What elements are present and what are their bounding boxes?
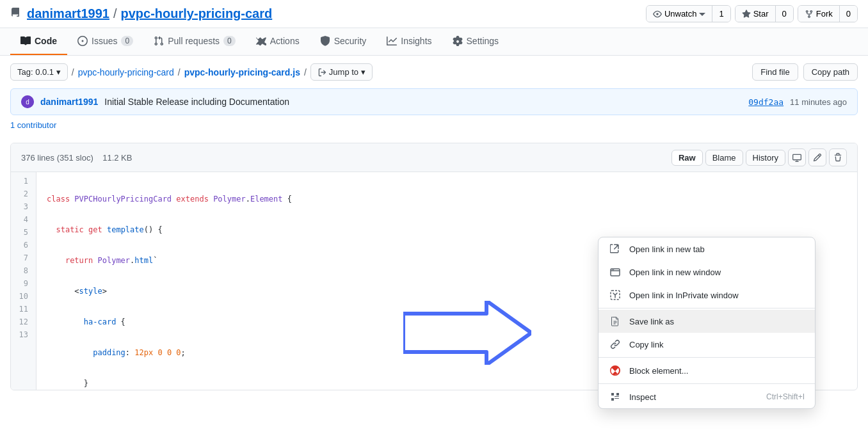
tab-insights[interactable]: Insights (376, 28, 442, 55)
ctx-divider-3 (599, 383, 815, 384)
breadcrumb-right: Find file Copy path (752, 63, 858, 81)
star-count[interactable]: 0 (776, 6, 793, 22)
tab-settings-label: Settings (467, 36, 499, 46)
inspect-shortcut: Ctrl+Shift+I (766, 392, 805, 401)
tab-pull-requests[interactable]: Pull requests 0 (143, 28, 246, 55)
breadcrumb-file-link[interactable]: pvpc-hourly-pricing-card.js (184, 67, 300, 77)
nav-tabs: Code Issues 0 Pull requests 0 Actions Se… (0, 28, 868, 56)
tab-actions[interactable]: Actions (246, 28, 310, 55)
inspect-icon (609, 390, 622, 403)
fork-button[interactable]: Fork (798, 6, 840, 22)
ctx-inspect[interactable]: Inspect Ctrl+Shift+I (599, 385, 815, 408)
commit-bar: d danimart1991 Initial Stable Release in… (10, 88, 858, 115)
tab-pr-label: Pull requests (168, 36, 220, 46)
history-button[interactable]: History (746, 150, 785, 166)
ctx-divider-2 (599, 357, 815, 358)
watch-button[interactable]: Unwatch (647, 6, 713, 22)
jump-to-button[interactable]: Jump to ▾ (310, 63, 373, 81)
ctx-block-element-label: Block element... (629, 366, 689, 376)
line-numbers: 12345 678910 111213 (11, 172, 36, 390)
pr-badge: 0 (223, 36, 236, 46)
save-icon (609, 315, 622, 328)
tab-issues-label: Issues (92, 36, 117, 46)
copy-link-icon (609, 338, 622, 351)
ctx-open-inprivate-label: Open link in InPrivate window (629, 291, 739, 300)
find-file-button[interactable]: Find file (752, 63, 798, 81)
breadcrumb: Tag: 0.0.1 ▾ / pvpc-hourly-pricing-card … (10, 63, 373, 81)
desktop-icon-btn[interactable] (788, 148, 806, 166)
ctx-open-inprivate[interactable]: Open link in InPrivate window (599, 284, 815, 307)
tab-code-label: Code (35, 36, 57, 46)
breadcrumb-sep3: / (304, 67, 307, 77)
lines-info: 376 lines (351 sloc) (21, 153, 93, 163)
fork-label: Fork (816, 9, 833, 19)
ctx-block-element[interactable]: Block element... (599, 359, 815, 382)
issues-badge: 0 (121, 36, 133, 46)
block-icon (609, 364, 622, 377)
file-header: 376 lines (351 sloc) 11.2 KB Raw Blame H… (11, 143, 857, 172)
ctx-divider-1 (599, 308, 815, 308)
repo-icon (10, 8, 20, 20)
tag-button[interactable]: Tag: 0.0.1 ▾ (10, 63, 68, 81)
tab-security-label: Security (334, 36, 367, 46)
new-window-icon (609, 266, 622, 278)
fork-count[interactable]: 0 (840, 6, 857, 22)
watch-label: Unwatch (664, 9, 697, 19)
tab-code[interactable]: Code (10, 28, 67, 55)
svg-text:d: d (26, 99, 29, 106)
tab-issues[interactable]: Issues 0 (67, 28, 143, 55)
breadcrumb-bar: Tag: 0.0.1 ▾ / pvpc-hourly-pricing-card … (0, 56, 868, 88)
star-label: Star (753, 9, 769, 19)
svg-point-4 (612, 269, 613, 271)
raw-button[interactable]: Raw (671, 150, 703, 166)
ctx-open-new-tab[interactable]: Open link in new tab (599, 237, 815, 260)
new-tab-icon (609, 243, 622, 255)
jump-to-label: Jump to (329, 67, 358, 77)
avatar: d (21, 95, 34, 108)
ctx-copy-link-label: Copy link (629, 340, 663, 349)
star-button[interactable]: Star (735, 6, 776, 22)
ctx-save-link-as-label: Save link as (629, 317, 674, 326)
ctx-save-link-as[interactable]: Save link as (599, 310, 815, 333)
svg-point-5 (613, 269, 615, 271)
header-actions: Unwatch 1 Star 0 Fork 0 (646, 5, 858, 22)
commit-author[interactable]: danimart1991 (40, 97, 98, 107)
edit-icon-btn[interactable] (808, 148, 826, 166)
ctx-open-new-window[interactable]: Open link in new window (599, 260, 815, 284)
ctx-open-new-tab-label: Open link in new tab (629, 244, 705, 254)
contributor-section: 1 contributor (0, 115, 868, 135)
tab-actions-label: Actions (270, 36, 300, 46)
ctx-inspect-label: Inspect (629, 392, 656, 402)
breadcrumb-sep2: / (178, 67, 181, 77)
star-btn-group: Star 0 (735, 5, 794, 22)
tab-insights-label: Insights (401, 36, 431, 46)
file-meta: 376 lines (351 sloc) 11.2 KB (21, 153, 132, 163)
repo-separator: / (113, 6, 117, 21)
repo-title: danimart1991 / pvpc-hourly-pricing-card (10, 6, 272, 21)
context-menu: Open link in new tab Open link in new wi… (598, 237, 816, 409)
delete-icon-btn[interactable] (829, 148, 847, 166)
commit-left: d danimart1991 Initial Stable Release in… (21, 95, 289, 108)
watch-count[interactable]: 1 (712, 6, 730, 22)
contributor-link[interactable]: 1 contributor (10, 120, 56, 130)
org-link[interactable]: danimart1991 (27, 6, 109, 21)
top-bar: danimart1991 / pvpc-hourly-pricing-card … (0, 0, 868, 28)
tab-settings[interactable]: Settings (442, 28, 510, 55)
commit-sha[interactable]: 09df2aa (748, 97, 784, 107)
ctx-copy-link[interactable]: Copy link (599, 333, 815, 356)
inprivate-icon (609, 289, 622, 301)
commit-right: 09df2aa 11 minutes ago (748, 97, 847, 107)
tag-label: Tag: 0.0.1 (17, 67, 54, 77)
tab-security[interactable]: Security (310, 28, 377, 55)
file-actions: Raw Blame History (671, 148, 847, 166)
commit-time: 11 minutes ago (790, 97, 847, 107)
file-size: 11.2 KB (102, 153, 132, 163)
ctx-open-new-window-label: Open link in new window (629, 268, 721, 277)
fork-btn-group: Fork 0 (798, 5, 858, 22)
commit-message: Initial Stable Release including Documen… (104, 97, 289, 107)
breadcrumb-sep1: / (72, 67, 74, 77)
breadcrumb-repo-link[interactable]: pvpc-hourly-pricing-card (78, 67, 174, 77)
repo-link[interactable]: pvpc-hourly-pricing-card (121, 6, 273, 21)
copy-path-button[interactable]: Copy path (803, 63, 858, 81)
blame-button[interactable]: Blame (705, 150, 743, 166)
